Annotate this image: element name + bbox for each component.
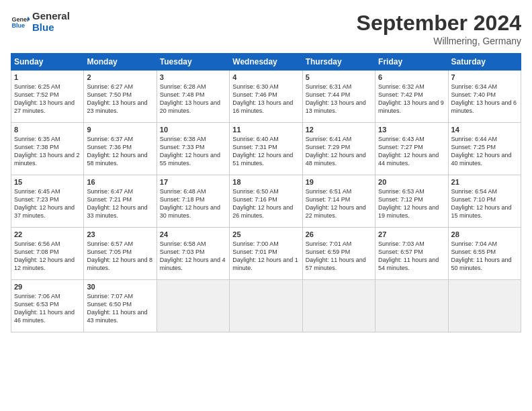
day-number: 29 — [14, 283, 81, 291]
table-row: 12Sunrise: 6:41 AMSunset: 7:29 PMDayligh… — [302, 123, 375, 175]
table-row — [448, 280, 521, 332]
day-number: 17 — [160, 178, 226, 186]
table-row: 20Sunrise: 6:53 AMSunset: 7:12 PMDayligh… — [375, 175, 448, 228]
cell-content: Sunrise: 6:51 AMSunset: 7:14 PMDaylight:… — [306, 188, 366, 219]
cell-content: Sunrise: 6:38 AMSunset: 7:33 PMDaylight:… — [160, 136, 220, 167]
table-row: 26Sunrise: 7:01 AMSunset: 6:59 PMDayligh… — [302, 228, 375, 280]
cell-content: Sunrise: 6:44 AMSunset: 7:25 PMDaylight:… — [451, 136, 512, 167]
col-saturday: Saturday — [448, 54, 521, 71]
table-row: 19Sunrise: 6:51 AMSunset: 7:14 PMDayligh… — [302, 175, 375, 228]
table-row: 8Sunrise: 6:35 AMSunset: 7:38 PMDaylight… — [11, 123, 84, 175]
header-row: Sunday Monday Tuesday Wednesday Thursday… — [11, 54, 521, 71]
cell-content: Sunrise: 6:56 AMSunset: 7:08 PMDaylight:… — [14, 240, 75, 271]
cell-content: Sunrise: 7:00 AMSunset: 7:01 PMDaylight:… — [232, 240, 298, 271]
col-tuesday: Tuesday — [157, 54, 229, 71]
table-row: 7Sunrise: 6:34 AMSunset: 7:40 PMDaylight… — [448, 71, 521, 123]
table-row: 14Sunrise: 6:44 AMSunset: 7:25 PMDayligh… — [448, 123, 521, 175]
table-row: 30Sunrise: 7:07 AMSunset: 6:50 PMDayligh… — [84, 280, 157, 332]
table-row: 1Sunrise: 6:25 AMSunset: 7:52 PMDaylight… — [11, 71, 84, 123]
day-number: 30 — [87, 283, 153, 291]
day-number: 24 — [160, 230, 226, 238]
day-number: 22 — [14, 230, 81, 238]
cell-content: Sunrise: 7:04 AMSunset: 6:55 PMDaylight:… — [451, 240, 512, 271]
table-row — [302, 280, 375, 332]
col-sunday: Sunday — [11, 54, 84, 71]
cell-content: Sunrise: 6:27 AMSunset: 7:50 PMDaylight:… — [87, 83, 147, 114]
table-row: 4Sunrise: 6:30 AMSunset: 7:46 PMDaylight… — [230, 71, 302, 123]
table-row — [230, 280, 302, 332]
cell-content: Sunrise: 6:35 AMSunset: 7:38 PMDaylight:… — [14, 136, 80, 167]
logo-blue: Blue — [32, 22, 70, 34]
table-row: 21Sunrise: 6:54 AMSunset: 7:10 PMDayligh… — [448, 175, 521, 228]
page: General Blue General Blue September 2024… — [0, 0, 532, 339]
table-row: 29Sunrise: 7:06 AMSunset: 6:53 PMDayligh… — [11, 280, 84, 332]
table-row: 13Sunrise: 6:43 AMSunset: 7:27 PMDayligh… — [375, 123, 448, 175]
cell-content: Sunrise: 7:03 AMSunset: 6:57 PMDaylight:… — [378, 240, 439, 271]
cell-content: Sunrise: 6:53 AMSunset: 7:12 PMDaylight:… — [378, 188, 439, 219]
day-number: 25 — [232, 230, 299, 238]
cell-content: Sunrise: 6:40 AMSunset: 7:31 PMDaylight:… — [232, 136, 293, 167]
cell-content: Sunrise: 6:37 AMSunset: 7:36 PMDaylight:… — [87, 136, 147, 167]
cell-content: Sunrise: 6:30 AMSunset: 7:46 PMDaylight:… — [232, 83, 293, 114]
table-row: 18Sunrise: 6:50 AMSunset: 7:16 PMDayligh… — [230, 175, 302, 228]
table-row — [157, 280, 229, 332]
cell-content: Sunrise: 6:50 AMSunset: 7:16 PMDaylight:… — [232, 188, 293, 219]
calendar-row: 15Sunrise: 6:45 AMSunset: 7:23 PMDayligh… — [11, 175, 521, 228]
day-number: 12 — [306, 126, 372, 134]
logo: General Blue General Blue — [11, 11, 70, 33]
table-row: 3Sunrise: 6:28 AMSunset: 7:48 PMDaylight… — [157, 71, 229, 123]
header: General Blue General Blue September 2024… — [11, 11, 521, 46]
table-row: 10Sunrise: 6:38 AMSunset: 7:33 PMDayligh… — [157, 123, 229, 175]
day-number: 3 — [160, 73, 226, 81]
table-row — [375, 280, 448, 332]
svg-text:Blue: Blue — [11, 22, 25, 29]
cell-content: Sunrise: 6:58 AMSunset: 7:03 PMDaylight:… — [160, 240, 226, 271]
month-title: September 2024 — [357, 11, 521, 36]
col-wednesday: Wednesday — [230, 54, 302, 71]
day-number: 23 — [87, 230, 153, 238]
calendar-table: Sunday Monday Tuesday Wednesday Thursday… — [11, 53, 521, 332]
day-number: 8 — [14, 126, 81, 134]
logo-general: General — [32, 11, 70, 22]
day-number: 5 — [306, 73, 372, 81]
day-number: 28 — [451, 230, 518, 238]
svg-text:General: General — [11, 15, 30, 22]
col-friday: Friday — [375, 54, 448, 71]
calendar-row: 29Sunrise: 7:06 AMSunset: 6:53 PMDayligh… — [11, 280, 521, 332]
day-number: 14 — [451, 126, 518, 134]
logo-icon: General Blue — [11, 13, 30, 32]
day-number: 7 — [451, 73, 518, 81]
calendar-row: 22Sunrise: 6:56 AMSunset: 7:08 PMDayligh… — [11, 228, 521, 280]
table-row: 9Sunrise: 6:37 AMSunset: 7:36 PMDaylight… — [84, 123, 157, 175]
day-number: 2 — [87, 73, 153, 81]
day-number: 11 — [232, 126, 299, 134]
day-number: 15 — [14, 178, 81, 186]
calendar-row: 1Sunrise: 6:25 AMSunset: 7:52 PMDaylight… — [11, 71, 521, 123]
day-number: 1 — [14, 73, 81, 81]
subtitle: Willmering, Germany — [357, 36, 521, 46]
title-block: September 2024 Willmering, Germany — [357, 11, 521, 46]
cell-content: Sunrise: 6:28 AMSunset: 7:48 PMDaylight:… — [160, 83, 220, 114]
cell-content: Sunrise: 6:54 AMSunset: 7:10 PMDaylight:… — [451, 188, 512, 219]
cell-content: Sunrise: 6:41 AMSunset: 7:29 PMDaylight:… — [306, 136, 366, 167]
table-row: 2Sunrise: 6:27 AMSunset: 7:50 PMDaylight… — [84, 71, 157, 123]
table-row: 23Sunrise: 6:57 AMSunset: 7:05 PMDayligh… — [84, 228, 157, 280]
table-row: 22Sunrise: 6:56 AMSunset: 7:08 PMDayligh… — [11, 228, 84, 280]
cell-content: Sunrise: 6:47 AMSunset: 7:21 PMDaylight:… — [87, 188, 147, 219]
day-number: 10 — [160, 126, 226, 134]
day-number: 9 — [87, 126, 153, 134]
day-number: 26 — [306, 230, 372, 238]
table-row: 5Sunrise: 6:31 AMSunset: 7:44 PMDaylight… — [302, 71, 375, 123]
day-number: 18 — [232, 178, 299, 186]
table-row: 27Sunrise: 7:03 AMSunset: 6:57 PMDayligh… — [375, 228, 448, 280]
day-number: 6 — [378, 73, 445, 81]
col-monday: Monday — [84, 54, 157, 71]
calendar-row: 8Sunrise: 6:35 AMSunset: 7:38 PMDaylight… — [11, 123, 521, 175]
cell-content: Sunrise: 7:07 AMSunset: 6:50 PMDaylight:… — [87, 293, 147, 324]
cell-content: Sunrise: 6:32 AMSunset: 7:42 PMDaylight:… — [378, 83, 444, 114]
cell-content: Sunrise: 6:25 AMSunset: 7:52 PMDaylight:… — [14, 83, 75, 114]
cell-content: Sunrise: 6:45 AMSunset: 7:23 PMDaylight:… — [14, 188, 75, 219]
day-number: 20 — [378, 178, 445, 186]
cell-content: Sunrise: 6:34 AMSunset: 7:40 PMDaylight:… — [451, 83, 517, 114]
table-row: 25Sunrise: 7:00 AMSunset: 7:01 PMDayligh… — [230, 228, 302, 280]
